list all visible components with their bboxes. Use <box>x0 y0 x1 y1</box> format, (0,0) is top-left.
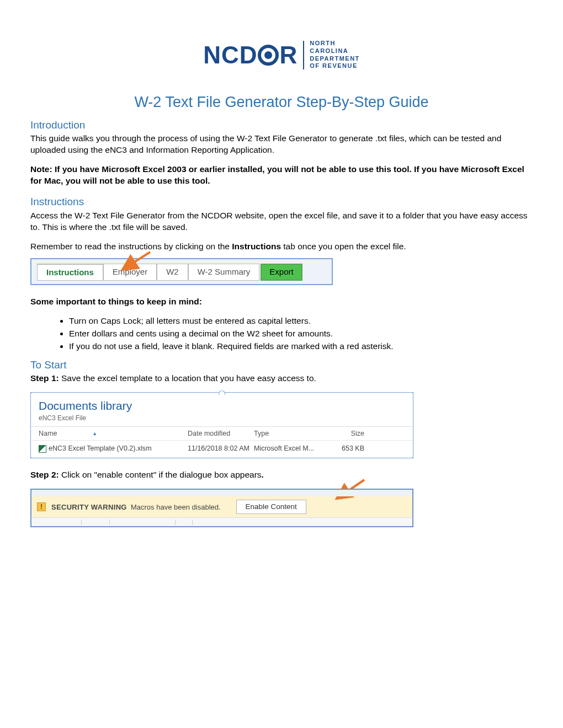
logo-text: NCD R <box>203 39 298 71</box>
keep-in-mind-heading: Some important to things to keep in mind… <box>30 296 533 308</box>
intro-paragraph: This guide walks you through the process… <box>30 133 533 156</box>
sort-asc-icon: ▲ <box>92 430 97 437</box>
step-1-text: Save the excel template to a location th… <box>59 373 316 383</box>
instr-p2-post: tab once you open the excel file. <box>281 242 406 251</box>
tab-w2-summary[interactable]: W-2 Summary <box>188 264 260 281</box>
logo-o-icon <box>258 45 279 66</box>
security-warning-figure: ! SECURITY WARNING Macros have been disa… <box>30 489 413 527</box>
ribbon-fragment <box>30 489 413 496</box>
logo-subtitle: NORTH CAROLINA DEPARTMENT OF REVENUE <box>310 40 360 70</box>
tab-export[interactable]: Export <box>261 264 302 281</box>
logo: NCD R NORTH CAROLINA DEPARTMENT OF REVEN… <box>30 39 533 71</box>
logo-suffix: R <box>279 39 298 71</box>
library-subtitle: eNC3 Excel File <box>39 414 405 422</box>
instructions-paragraph-2: Remember to read the instructions by cli… <box>30 241 533 253</box>
file-type: Microsoft Excel M... <box>254 444 320 453</box>
step-2-text: Click on "enable content" if the dialogu… <box>59 470 262 479</box>
table-row[interactable]: eNC3 Excel Template (V0.2).xlsm 11/16/20… <box>31 441 413 458</box>
ribbon-fragment-bottom <box>30 517 413 527</box>
file-name: eNC3 Excel Template (V0.2).xlsm <box>49 444 152 453</box>
intro-note: Note: If you have Microsoft Excel 2003 o… <box>30 164 533 187</box>
logo-sub-1: NORTH <box>310 40 360 47</box>
step-2-label: Step 2: <box>30 470 59 479</box>
file-size: 653 KB <box>320 444 370 453</box>
list-item: Turn on Caps Lock; all letters must be e… <box>69 315 533 327</box>
instructions-paragraph-1: Access the W-2 Text File Generator from … <box>30 210 533 233</box>
col-size[interactable]: Size <box>320 429 370 438</box>
section-intro-heading: Introduction <box>30 118 533 132</box>
step-1: Step 1: Save the excel template to a loc… <box>30 373 533 384</box>
excel-file-icon <box>39 445 46 453</box>
tab-w2[interactable]: W2 <box>157 264 188 281</box>
section-instructions-heading: Instructions <box>30 195 533 209</box>
keep-in-mind-list: Turn on Caps Lock; all letters must be e… <box>69 315 533 352</box>
tab-instructions[interactable]: Instructions <box>37 264 103 281</box>
logo-sub-2: CAROLINA <box>310 47 360 55</box>
step-1-label: Step 1: <box>30 373 59 383</box>
col-date[interactable]: Date modified <box>188 429 254 438</box>
library-columns: Name▲ Date modified Type Size <box>31 426 413 441</box>
library-title: Documents library <box>39 398 405 414</box>
logo-sub-3: DEPARTMENT <box>310 55 360 63</box>
col-type[interactable]: Type <box>254 429 320 438</box>
logo-sub-4: OF REVENUE <box>310 62 360 70</box>
instr-p2-bold: Instructions <box>232 242 281 251</box>
logo-prefix: NCD <box>203 39 257 71</box>
logo-divider <box>303 41 304 69</box>
warning-icon: ! <box>37 502 46 511</box>
step-2-dot: . <box>262 470 264 479</box>
excel-tabs-figure: Instructions Employer W2 W-2 Summary Exp… <box>30 258 333 285</box>
file-date: 11/16/2018 8:02 AM <box>188 444 254 453</box>
page-title: W-2 Text File Generator Step-By-Step Gui… <box>30 92 533 112</box>
col-name[interactable]: Name▲ <box>39 429 188 438</box>
list-item: If you do not use a field, leave it blan… <box>69 341 533 352</box>
documents-library-figure: Documents library eNC3 Excel File Name▲ … <box>30 392 413 458</box>
svg-line-1 <box>124 252 150 269</box>
section-tostart-heading: To Start <box>30 358 533 372</box>
instr-p2-pre: Remember to read the instructions by cli… <box>30 242 232 251</box>
arrow-annotation-icon <box>120 251 153 273</box>
security-text: SECURITY WARNING Macros have been disabl… <box>51 502 221 512</box>
step-2: Step 2: Click on "enable content" if the… <box>30 469 533 481</box>
list-item: Enter dollars and cents using a decimal … <box>69 328 533 340</box>
enable-content-button[interactable]: Enable Content <box>236 500 306 514</box>
